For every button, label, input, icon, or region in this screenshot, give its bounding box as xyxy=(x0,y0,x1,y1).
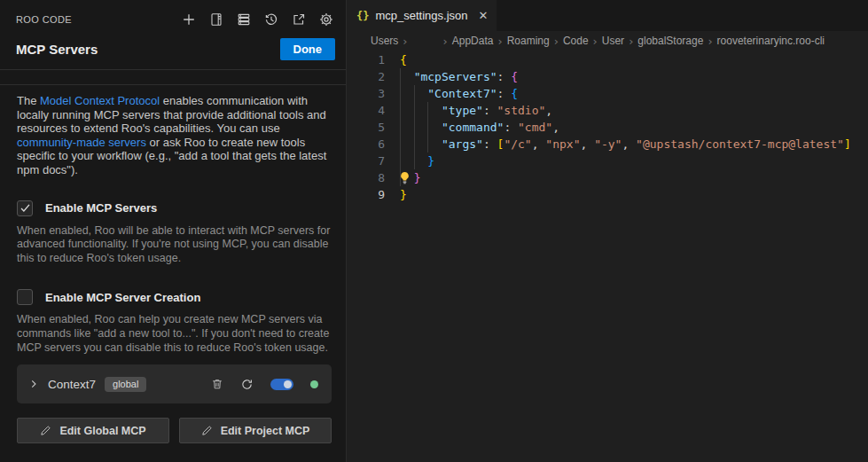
line-content: "type": "stdio", xyxy=(400,102,552,119)
restart-icon[interactable] xyxy=(240,378,254,391)
breadcrumb-segment[interactable]: globalStorage xyxy=(637,35,703,47)
breadcrumb-segment[interactable]: AppData xyxy=(452,35,494,47)
breadcrumb-segment[interactable]: rooveterinaryinc.roo-cli xyxy=(717,35,825,47)
plus-icon[interactable] xyxy=(181,12,197,27)
enable-mcp-creation-label: Enable MCP Server Creation xyxy=(45,291,200,304)
code-token: "args" xyxy=(442,137,483,151)
code-token: , xyxy=(622,137,636,151)
edit-project-mcp-label: Edit Project MCP xyxy=(221,425,310,437)
breadcrumb: Users››AppData›Roaming›Code›User›globalS… xyxy=(347,31,868,51)
line-number: 6 xyxy=(347,136,385,153)
community-made-servers-link[interactable]: community-made servers xyxy=(17,136,146,149)
code-token: : xyxy=(497,87,512,100)
indent-guide xyxy=(400,136,414,153)
indent-guide xyxy=(400,68,414,85)
trash-icon[interactable] xyxy=(211,378,223,390)
tab-close-icon[interactable]: ✕ xyxy=(479,10,489,21)
line-content: "Context7": { xyxy=(400,85,518,102)
enable-mcp-creation-row: Enable MCP Server Creation xyxy=(17,289,332,305)
pencil-icon xyxy=(40,425,51,436)
enable-mcp-creation-checkbox[interactable] xyxy=(17,289,33,305)
breadcrumb-separator-icon: › xyxy=(593,35,598,48)
intro-paragraph: The Model Context Protocol enables commu… xyxy=(17,94,332,177)
code-line: 1{ xyxy=(347,51,868,68)
indent-guide xyxy=(400,119,414,136)
breadcrumb-separator-icon: › xyxy=(629,35,633,48)
server-enabled-toggle[interactable] xyxy=(270,379,293,390)
breadcrumb-segment[interactable]: Code xyxy=(563,35,589,47)
breadcrumb-segment[interactable]: Roaming xyxy=(507,35,550,47)
json-file-icon: {} xyxy=(356,10,369,22)
code-token: { xyxy=(511,87,518,100)
server-row-context7: Context7 global xyxy=(17,364,332,403)
enable-mcp-servers-label: Enable MCP Servers xyxy=(45,201,157,215)
code-token: { xyxy=(400,53,407,67)
tab-mcp-settings-json[interactable]: {} mcp_settings.json ✕ xyxy=(347,0,497,31)
line-number: 5 xyxy=(347,119,385,136)
line-content: "command": "cmd", xyxy=(400,119,559,136)
code-line: 4"type": "stdio", xyxy=(347,102,868,119)
code-token: : xyxy=(504,121,518,134)
panel-header: ROO CODE xyxy=(0,0,346,30)
done-button[interactable]: Done xyxy=(280,38,336,60)
edit-global-mcp-label: Edit Global MCP xyxy=(59,425,145,437)
code-token: { xyxy=(511,70,518,83)
breadcrumb-separator-icon: › xyxy=(403,35,407,48)
code-token: "cmd" xyxy=(518,121,552,134)
edit-global-mcp-button[interactable]: Edit Global MCP xyxy=(17,418,169,443)
line-content: "mcpServers": { xyxy=(400,68,518,85)
panel-body: The Model Context Protocol enables commu… xyxy=(0,85,346,462)
code-token: "@upstash/context7-mcp@latest" xyxy=(636,137,844,151)
code-token: ] xyxy=(844,137,851,151)
code-token: "stdio" xyxy=(497,104,546,117)
code-token: , xyxy=(545,104,552,117)
vscode-window: ROO CODE xyxy=(0,0,868,462)
code-editor[interactable]: 1{2"mcpServers": {3"Context7": {4"type":… xyxy=(347,51,868,203)
prompts-book-icon[interactable] xyxy=(208,12,224,27)
mcp-server-icon[interactable] xyxy=(236,12,252,27)
edit-mcp-buttons: Edit Global MCP Edit Project MCP xyxy=(17,418,332,443)
code-token: } xyxy=(414,171,421,184)
page-title: MCP Servers xyxy=(16,42,98,57)
code-token: , xyxy=(532,137,546,151)
code-line: 6"args": ["/c", "npx", "-y", "@upstash/c… xyxy=(347,136,868,153)
enable-mcp-creation-description: When enabled, Roo can help you create ne… xyxy=(17,313,332,355)
indent-guide xyxy=(427,136,442,153)
breadcrumb-separator-icon: › xyxy=(497,35,502,48)
pencil-icon xyxy=(201,425,213,436)
indent-guide xyxy=(414,119,428,136)
server-name: Context7 xyxy=(48,378,96,391)
enable-mcp-servers-setting: Enable MCP Servers When enabled, Roo wil… xyxy=(17,200,332,266)
code-token: } xyxy=(400,188,407,201)
code-token: "command" xyxy=(442,121,504,134)
chevron-right-icon[interactable] xyxy=(27,378,40,390)
breadcrumb-separator-icon: › xyxy=(554,35,559,48)
model-context-protocol-link[interactable]: Model Context Protocol xyxy=(40,94,160,107)
edit-project-mcp-button[interactable]: Edit Project MCP xyxy=(179,418,332,443)
breadcrumb-segment[interactable]: User xyxy=(602,35,624,47)
enable-mcp-servers-checkbox[interactable] xyxy=(17,200,33,216)
code-token: "Context7" xyxy=(427,87,497,100)
enable-mcp-servers-description: When enabled, Roo will be able to intera… xyxy=(17,224,332,266)
indent-guide xyxy=(400,102,414,119)
breadcrumb-segment[interactable]: Users xyxy=(371,35,398,47)
code-token: "/c" xyxy=(504,137,531,151)
mcp-servers-header: MCP Servers Done xyxy=(0,30,346,70)
server-actions xyxy=(211,378,318,391)
code-token: : xyxy=(483,137,497,151)
code-line: 9} xyxy=(347,186,868,203)
settings-gear-icon[interactable] xyxy=(318,12,334,27)
line-number: 8 xyxy=(347,169,385,186)
tab-filename: mcp_settings.json xyxy=(375,9,467,22)
history-icon[interactable] xyxy=(263,12,279,27)
indent-guide xyxy=(414,85,428,102)
code-line: 2"mcpServers": { xyxy=(347,68,868,85)
tab-bar: {} mcp_settings.json ✕ xyxy=(347,0,868,31)
panel-toolbar xyxy=(181,12,334,27)
line-content: } xyxy=(400,169,420,186)
open-in-editor-icon[interactable] xyxy=(291,12,307,27)
indent-guide xyxy=(427,119,442,136)
indent-guide xyxy=(414,153,428,169)
code-line: 3"Context7": { xyxy=(347,85,868,102)
code-token: "npx" xyxy=(545,137,580,151)
